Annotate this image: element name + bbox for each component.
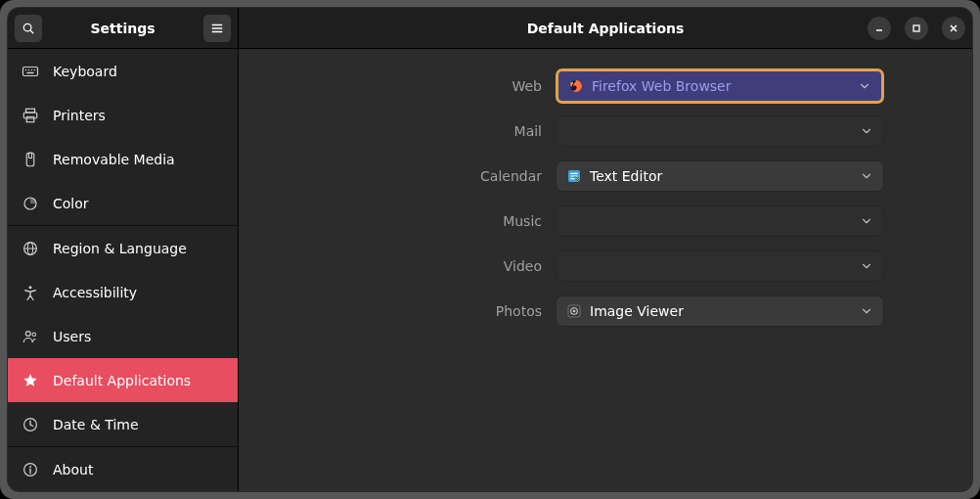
svg-rect-6 [913,25,919,31]
combo-value: Firefox Web Browser [592,78,732,94]
sidebar-item-color[interactable]: Color [8,181,238,225]
sidebar-item-date-time[interactable]: Date & Time [8,402,238,446]
sidebar-item-keyboard[interactable]: Keyboard [8,49,238,93]
row-label-mail: Mail [327,123,542,139]
sidebar-item-label: Date & Time [53,417,224,432]
search-button[interactable] [14,14,43,43]
row-label-web: Web [327,78,542,94]
sidebar-item-removable-media[interactable]: Removable Media [8,137,238,181]
search-icon [22,22,35,35]
close-button[interactable] [941,16,966,41]
header-right: Default Applications [239,8,972,48]
sidebar-item-label: Default Applications [53,373,224,388]
drive-icon [22,151,39,168]
minimize-icon [874,23,884,33]
combo-value: Text Editor [590,168,662,184]
combo-value: Image Viewer [590,303,684,319]
chevron-down-icon [860,214,873,228]
row-label-calendar: Calendar [327,168,542,184]
row-label-video: Video [327,258,542,274]
headerbar: Settings Default Applications [8,8,972,49]
texteditor-icon [566,168,582,184]
hamburger-icon [210,22,224,35]
sidebar-item-label: Keyboard [53,64,224,79]
chevron-down-icon [858,79,871,93]
main-panel: WebFirefox Web BrowserMailCalendarText E… [239,49,972,491]
sidebar: KeyboardPrintersRemovable MediaColorRegi… [8,49,239,491]
info-icon [22,461,39,478]
minimize-button[interactable] [867,16,892,41]
sidebar-title: Settings [45,21,200,36]
page-title: Default Applications [239,21,972,36]
row-calendar: CalendarText Editor [327,160,884,192]
row-photos: PhotosImage Viewer [327,295,884,327]
combo-calendar[interactable]: Text Editor [556,160,884,192]
row-label-music: Music [327,213,542,229]
chevron-down-icon [860,259,873,273]
row-video: Video [327,250,884,282]
svg-line-1 [30,29,33,32]
combo-web[interactable]: Firefox Web Browser [556,68,884,104]
sidebar-item-users[interactable]: Users [8,314,238,358]
svg-point-0 [23,23,31,31]
default-apps-form: WebFirefox Web BrowserMailCalendarText E… [327,68,884,327]
sidebar-item-default-applications[interactable]: Default Applications [8,358,238,402]
printer-icon [22,107,39,124]
row-music: Music [327,205,884,237]
sidebar-item-label: Color [53,196,224,211]
row-web: WebFirefox Web Browser [327,70,884,102]
window-body: KeyboardPrintersRemovable MediaColorRegi… [8,49,972,491]
chevron-down-icon [860,169,873,183]
accessibility-icon [22,284,39,301]
close-icon [949,23,958,33]
maximize-icon [912,23,921,33]
color-icon [22,195,39,212]
row-label-photos: Photos [327,303,542,319]
keyboard-icon [22,63,39,80]
combo-video[interactable] [556,250,884,282]
row-mail: Mail [327,115,884,147]
settings-window: Settings Default Applications Key [8,8,972,491]
header-left: Settings [8,8,239,48]
menu-button[interactable] [202,14,232,43]
star-icon [22,372,39,389]
combo-mail[interactable] [556,115,884,147]
users-icon [22,328,39,345]
globe-icon [22,240,39,257]
maximize-button[interactable] [904,16,929,41]
sidebar-item-label: Accessibility [53,285,224,300]
clock-icon [22,416,39,433]
sidebar-item-region-language[interactable]: Region & Language [8,226,238,270]
sidebar-item-label: Removable Media [53,152,224,167]
sidebar-item-accessibility[interactable]: Accessibility [8,270,238,314]
firefox-icon [568,78,584,94]
sidebar-item-label: About [53,462,224,477]
sidebar-item-label: Users [53,329,224,344]
chevron-down-icon [860,124,873,138]
sidebar-item-label: Region & Language [53,241,224,256]
combo-photos[interactable]: Image Viewer [556,295,884,327]
sidebar-list[interactable]: KeyboardPrintersRemovable MediaColorRegi… [8,49,238,491]
sidebar-item-printers[interactable]: Printers [8,93,238,137]
chevron-down-icon [860,304,873,318]
imageviewer-icon [566,303,582,319]
window-controls [867,16,966,41]
sidebar-item-about[interactable]: About [8,447,238,491]
combo-music[interactable] [556,205,884,237]
sidebar-item-label: Printers [53,108,224,123]
